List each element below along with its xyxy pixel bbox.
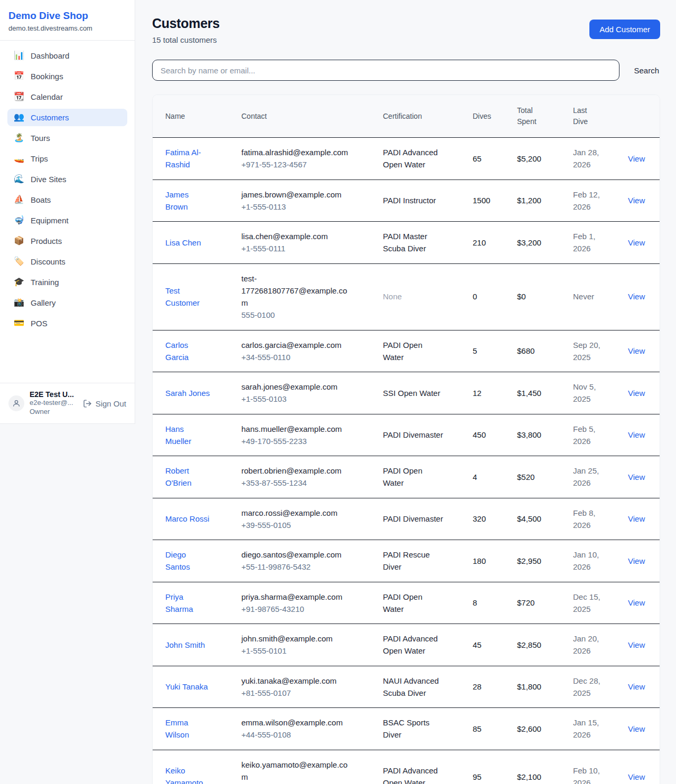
customer-total-spent: $2,100 xyxy=(517,772,541,781)
sidebar-item-calendar[interactable]: 📆 Calendar xyxy=(7,88,127,106)
sidebar-item-dive-sites[interactable]: 🌊 Dive Sites xyxy=(7,171,127,188)
sidebar-item-customers[interactable]: 👥 Customers xyxy=(7,109,127,126)
sidebar-item-equipment[interactable]: 🤿 Equipment xyxy=(7,212,127,229)
customer-total-spent: $720 xyxy=(517,598,534,607)
customer-email: yuki.tanaka@example.com xyxy=(241,675,336,687)
sidebar-item-label: Gallery xyxy=(31,298,56,307)
sidebar-item-tours[interactable]: 🏝️ Tours xyxy=(7,129,127,147)
column-header-name: Name xyxy=(153,95,235,138)
column-header-total-spent: Total Spent xyxy=(511,95,567,138)
diving-mask-icon: 🤿 xyxy=(14,216,24,224)
customer-name-link[interactable]: Keiko Yamamoto xyxy=(165,764,211,784)
view-link[interactable]: View xyxy=(628,514,645,523)
view-link[interactable]: View xyxy=(628,682,645,691)
customer-name-link[interactable]: Lisa Chen xyxy=(165,237,201,249)
tag-icon: 🏷️ xyxy=(14,257,24,266)
customer-dives: 1500 xyxy=(473,196,490,205)
search-button[interactable]: Search xyxy=(633,64,660,77)
customer-total-spent: $1,450 xyxy=(517,389,541,398)
customer-name-link[interactable]: Priya Sharma xyxy=(165,591,211,616)
sidebar-item-gallery[interactable]: 📸 Gallery xyxy=(7,294,127,311)
view-link[interactable]: View xyxy=(628,292,645,301)
view-link[interactable]: View xyxy=(628,598,645,607)
page-header: Customers 15 total customers Add Custome… xyxy=(152,16,660,44)
customer-total-spent: $520 xyxy=(517,473,534,481)
customer-name-link[interactable]: Test Customer xyxy=(165,285,211,309)
sign-out-button[interactable]: Sign Out xyxy=(83,399,126,408)
customer-last-dive: Jan 15, 2026 xyxy=(573,716,604,741)
customer-phone: +81-555-0107 xyxy=(241,687,370,699)
customer-name-link[interactable]: Diego Santos xyxy=(165,549,211,573)
sidebar-item-bookings[interactable]: 📅 Bookings xyxy=(7,68,127,85)
view-link[interactable]: View xyxy=(628,430,645,439)
sidebar-item-label: Dashboard xyxy=(31,51,69,60)
table-row: John Smith john.smith@example.com +1-555… xyxy=(153,624,660,666)
view-link[interactable]: View xyxy=(628,724,645,733)
credit-card-icon: 💳 xyxy=(14,319,24,327)
customer-name-link[interactable]: Emma Wilson xyxy=(165,716,211,741)
customer-total-spent: $3,800 xyxy=(517,430,541,439)
customer-phone: +971-55-123-4567 xyxy=(241,158,370,171)
sidebar-item-trips[interactable]: 🚤 Trips xyxy=(7,150,127,167)
customer-total-spent: $2,600 xyxy=(517,724,541,733)
add-customer-button[interactable]: Add Customer xyxy=(589,20,660,39)
customer-certification: PADI Open Water xyxy=(383,465,443,489)
customer-name-link[interactable]: Sarah Jones xyxy=(165,387,210,399)
customer-total-spent: $4,500 xyxy=(517,514,541,523)
column-header-dives: Dives xyxy=(466,95,511,138)
view-link[interactable]: View xyxy=(628,473,645,481)
customer-name-link[interactable]: James Brown xyxy=(165,188,211,213)
customer-name-link[interactable]: John Smith xyxy=(165,639,205,651)
table-row: James Brown james.brown@example.com +1-5… xyxy=(153,180,660,222)
customer-name-link[interactable]: Yuki Tanaka xyxy=(165,681,208,693)
customer-dives: 12 xyxy=(473,389,482,398)
table-row: Lisa Chen lisa.chen@example.com +1-555-0… xyxy=(153,222,660,264)
speedboat-icon: 🚤 xyxy=(14,154,24,163)
column-header-actions xyxy=(622,95,660,138)
view-link[interactable]: View xyxy=(628,389,645,398)
sidebar-item-label: Calendar xyxy=(31,92,63,101)
view-link[interactable]: View xyxy=(628,556,645,565)
view-link[interactable]: View xyxy=(628,154,645,163)
view-link[interactable]: View xyxy=(628,238,645,247)
search-input[interactable] xyxy=(152,60,619,81)
customer-certification: BSAC Sports Diver xyxy=(383,716,443,741)
sidebar-item-boats[interactable]: ⛵ Boats xyxy=(7,191,127,209)
column-header-certification: Certification xyxy=(377,95,466,138)
customer-total-spent: $1,200 xyxy=(517,196,541,205)
view-link[interactable]: View xyxy=(628,772,645,781)
customer-email: robert.obrien@example.com xyxy=(241,465,341,477)
sidebar-item-pos[interactable]: 💳 POS xyxy=(7,315,127,332)
view-link[interactable]: View xyxy=(628,640,645,649)
customers-table-card: NameContactCertificationDivesTotal Spent… xyxy=(152,95,660,784)
sidebar-item-dashboard[interactable]: 📊 Dashboard xyxy=(7,47,127,64)
customer-phone: +1-555-0101 xyxy=(241,645,370,657)
table-row: Keiko Yamamoto keiko.yamamoto@example.co… xyxy=(153,750,660,784)
customer-name-link[interactable]: Hans Mueller xyxy=(165,423,211,448)
customer-name-link[interactable]: Fatima Al-Rashid xyxy=(165,146,211,171)
sidebar-item-discounts[interactable]: 🏷️ Discounts xyxy=(7,253,127,270)
customer-last-dive: Feb 10, 2026 xyxy=(573,764,604,784)
tear-off-calendar-icon: 📆 xyxy=(14,92,24,101)
view-link[interactable]: View xyxy=(628,346,645,355)
customer-name-link[interactable]: Robert O'Brien xyxy=(165,465,211,489)
customer-phone: +34-555-0110 xyxy=(241,351,370,363)
view-link[interactable]: View xyxy=(628,196,645,205)
customer-phone: +44-555-0108 xyxy=(241,729,370,741)
customer-name-link[interactable]: Marco Rossi xyxy=(165,513,209,525)
sidebar-item-products[interactable]: 📦 Products xyxy=(7,232,127,250)
customer-name-link[interactable]: Carlos Garcia xyxy=(165,339,211,364)
customer-phone: +1-555-0103 xyxy=(241,393,370,405)
customer-last-dive: Feb 12, 2026 xyxy=(573,188,604,213)
customer-certification: PADI Rescue Diver xyxy=(383,549,443,573)
customer-certification: PADI Open Water xyxy=(383,339,443,364)
sidebar-item-training[interactable]: 🎓 Training xyxy=(7,273,127,291)
customer-last-dive: Jan 25, 2026 xyxy=(573,465,604,489)
sidebar-item-label: Tours xyxy=(31,134,50,143)
sidebar-nav: 📊 Dashboard 📅 Bookings 📆 Calendar 👥 Cust… xyxy=(0,41,135,383)
customer-total-spent: $0 xyxy=(517,292,526,301)
sign-out-icon xyxy=(83,399,92,408)
graduation-cap-icon: 🎓 xyxy=(14,278,24,286)
sidebar-item-label: Boats xyxy=(31,195,51,204)
sidebar-item-label: Dive Sites xyxy=(31,175,67,184)
